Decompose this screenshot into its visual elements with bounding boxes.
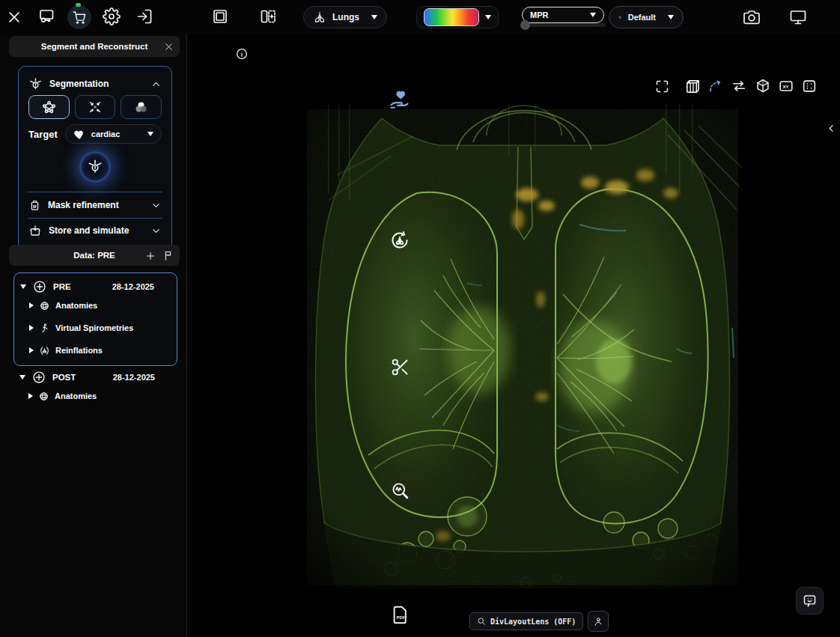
dataset-card-post[interactable]: POST 28-12-2025 Anatomies [13,368,177,405]
caret-down-icon [147,132,153,136]
segmentation-panel-header[interactable]: Segmentation [19,73,171,95]
screenshot-button[interactable] [740,6,763,28]
info-icon [235,47,249,61]
caret-down-icon [668,15,674,19]
layout-add-view-button[interactable] [258,6,279,27]
fullscreen-button[interactable] [652,76,672,96]
settings-button[interactable] [100,4,124,28]
organ-selector-value: Lungs [332,12,359,22]
mask-refinement-section[interactable]: M Mask refinement [19,192,171,218]
lungs-icon [313,10,326,24]
pdf-icon-label: PDF [396,615,405,620]
data-panel-header: Data: PRE [9,245,180,266]
tree-item-label: Anatomies [55,391,97,400]
tool-panel-header: Segment and Reconstruct [9,36,180,57]
tree-row-anatomies[interactable]: Anatomies [14,296,177,314]
scissors-icon [390,357,410,377]
waveform-magnifier-icon [390,481,410,501]
dataset-card-pre[interactable]: PRE 28-12-2025 Anatomies Virtual Spirome… [13,272,177,366]
mpr-mode-dropdown[interactable]: MPR [522,7,604,23]
tree-row-post[interactable]: POST 28-12-2025 [13,368,177,387]
signal-inspect-tool-button[interactable] [387,478,413,503]
tree-row-virtual-spirometries[interactable]: Virtual Spirometries [14,319,177,337]
feedback-smiley-bubble-icon [802,593,818,609]
collapse-arrow-icon[interactable] [29,302,34,308]
export-pdf-button[interactable]: PDF [387,602,413,627]
tree-row-pre[interactable]: PRE 28-12-2025 [14,277,177,296]
logout-button[interactable] [133,4,156,28]
open-poses-panel-button[interactable] [825,120,837,136]
volume-render-lungs[interactable] [293,103,752,591]
viewport-3d[interactable]: PDF [188,34,840,637]
lung-recycle-tool-button[interactable] [387,228,413,253]
shopping-cart-icon [72,10,87,25]
plus-icon [145,251,156,261]
application-window: Lungs MPR Default [0,0,840,637]
lens-controls: DivLayoutLens (OFF) [469,611,609,632]
add-data-button[interactable] [144,250,156,261]
mode-region-grow-button[interactable] [75,95,116,119]
mpr-slider-thumb[interactable] [520,20,530,30]
swap-views-button[interactable] [729,76,749,96]
tree-item-label: Anatomies [55,301,97,310]
run-segmentation-button[interactable] [79,151,111,183]
pointer-mode-dropdown[interactable]: Default [609,6,684,28]
expand-arrow-icon[interactable] [20,284,26,289]
camera-icon [743,8,761,26]
target-dropdown[interactable]: cardiac [65,124,162,144]
mpr-opacity-slider[interactable] [522,23,606,27]
segmentation-icon [87,159,103,175]
expand-arrow-icon[interactable] [19,375,25,380]
anatomy-sphere-icon [38,391,49,402]
collapse-arrow-icon[interactable] [29,347,34,353]
target-row: Target cardiac [19,119,171,144]
posture-toggle-button[interactable] [588,611,609,632]
close-app-button[interactable] [6,9,22,25]
mask-icon-letter: M [33,204,37,208]
segmentation-icon [28,77,43,91]
div-layout-lens-button[interactable]: DivLayoutLens (OFF) [469,612,583,630]
flag-data-button[interactable] [162,249,174,261]
caret-down-icon [371,15,377,19]
tree-row-anatomies[interactable]: Anatomies [13,387,177,405]
mask-trash-icon: M [28,199,41,212]
scan-target-icon [31,370,46,385]
stereo-button[interactable] [800,76,819,96]
organ-selector-dropdown[interactable]: Lungs [303,6,387,28]
display-button[interactable] [787,6,809,28]
fullscreen-icon [654,79,670,94]
colormap-dropdown[interactable] [416,6,499,28]
tool-panel-title: Segment and Reconstruct [41,42,148,51]
pose-path-icon [707,78,724,94]
dataset-date: 28-12-2025 [113,373,171,382]
feedback-button[interactable] [796,587,824,615]
cube-view-button[interactable] [753,76,773,96]
viewport-info-button[interactable] [234,46,249,61]
tree-row-reinflations[interactable]: Reinflations [14,341,177,359]
layout-single-button[interactable] [210,6,231,27]
hand-heart-tool-button[interactable] [387,87,413,112]
store-simulate-section[interactable]: Store and simulate [19,219,171,243]
xy-plane-button[interactable]: XY [776,76,796,96]
marketplace-button[interactable] [67,5,91,29]
mode-threshold-button[interactable] [121,95,162,119]
neural-network-icon [41,100,57,115]
collapse-arrow-icon[interactable] [28,393,33,399]
single-view-layout-icon [211,7,229,25]
colormap-gradient-swatch [424,8,479,26]
add-view-layout-icon [259,7,277,25]
close-tool-panel-button[interactable] [163,41,174,52]
license-button[interactable] [34,4,58,28]
chevron-up-icon[interactable] [150,79,162,90]
collapse-arrow-icon[interactable] [29,325,34,331]
clip-tool-button[interactable] [387,354,413,380]
segmentation-panel: Segmentation [18,66,172,251]
chevron-left-icon [826,123,837,134]
camera-path-button[interactable] [706,76,725,96]
mode-ai-network-button[interactable] [28,95,70,119]
chevron-down-icon[interactable] [150,225,162,237]
chevron-down-icon[interactable] [150,200,162,211]
slices-stack-button[interactable] [682,76,701,96]
xy-plane-icon: XY [778,78,794,94]
target-value: cardiac [91,129,142,138]
